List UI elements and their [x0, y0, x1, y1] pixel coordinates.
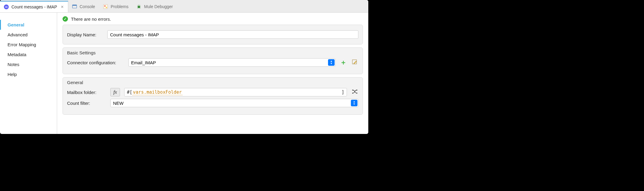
sidebar-item-label: General [8, 22, 24, 27]
svg-line-9 [137, 5, 138, 6]
svg-line-12 [140, 8, 141, 8]
svg-line-11 [137, 8, 138, 8]
sidebar-item-label: Error Mapping [8, 42, 36, 47]
sidebar-item-general[interactable]: General [0, 20, 57, 30]
svg-rect-2 [103, 5, 108, 9]
connector-config-label: Connector configuration: [67, 60, 124, 65]
sidebar-item-advanced[interactable]: Advanced [0, 30, 57, 40]
tab-label: Console [80, 4, 95, 9]
sidebar-item-label: Notes [8, 62, 19, 67]
expression-variable: vars.mailboxFolder [132, 89, 182, 95]
sidebar-item-label: Help [8, 72, 17, 77]
close-icon[interactable]: ✕ [61, 5, 64, 9]
tab-console[interactable]: Console [68, 1, 99, 12]
general-group: General Mailbox folder: fx #[ vars.mailb… [63, 77, 363, 115]
sidebar: General Advanced Error Mapping Metadata … [0, 13, 57, 134]
problems-icon [103, 4, 108, 9]
tab-count-messages-imap[interactable]: ✉ Count messages - IMAP ✕ [0, 1, 68, 12]
sidebar-item-label: Advanced [8, 32, 28, 37]
count-filter-label: Count filter: [67, 101, 106, 106]
edit-config-button[interactable] [351, 59, 358, 66]
map-icon [352, 89, 358, 96]
tab-label: Count messages - IMAP [11, 5, 57, 9]
fx-icon: fx [113, 89, 117, 95]
main-panel: ✓ There are no errors. Display Name: Bas… [57, 13, 368, 134]
check-icon: ✓ [63, 16, 68, 22]
add-config-button[interactable]: ＋ [340, 59, 347, 66]
editor-tabstrip: ✉ Count messages - IMAP ✕ Console Proble… [0, 0, 368, 13]
sidebar-item-metadata[interactable]: Metadata [0, 50, 57, 59]
envelope-icon: ✉ [4, 4, 9, 10]
edit-icon [352, 59, 357, 66]
connector-config-select[interactable] [128, 58, 336, 67]
plus-icon: ＋ [340, 58, 347, 67]
sidebar-item-notes[interactable]: Notes [0, 59, 57, 69]
display-name-group: Display Name: [63, 25, 363, 44]
tab-problems[interactable]: Problems [99, 1, 133, 12]
display-name-input[interactable] [107, 30, 358, 39]
properties-panel: ✉ Count messages - IMAP ✕ Console Proble… [0, 0, 368, 134]
mailbox-folder-input[interactable]: #[ vars.mailboxFolder ] [124, 88, 347, 96]
mailbox-folder-label: Mailbox folder: [67, 90, 106, 95]
expression-prefix: #[ [127, 89, 132, 95]
sidebar-item-help[interactable]: Help [0, 69, 57, 79]
general-title: General [67, 80, 358, 85]
connector-config-select-wrap[interactable]: ▲▼ [128, 58, 336, 67]
status-row: ✓ There are no errors. [63, 16, 363, 22]
tab-label: Problems [111, 4, 128, 9]
count-filter-select[interactable] [110, 99, 358, 107]
svg-point-4 [106, 7, 107, 8]
svg-rect-1 [72, 5, 77, 6]
console-icon [72, 4, 77, 9]
sidebar-item-label: Metadata [8, 52, 26, 57]
basic-settings-title: Basic Settings [67, 50, 358, 55]
map-expression-button[interactable] [351, 89, 358, 96]
basic-settings-group: Basic Settings Connector configuration: … [63, 47, 363, 74]
bug-icon [136, 4, 142, 9]
status-text: There are no errors. [71, 17, 111, 22]
display-name-label: Display Name: [67, 32, 103, 37]
svg-point-3 [104, 5, 106, 7]
count-filter-select-wrap[interactable]: ▲▼ [110, 99, 358, 107]
tab-label: Mule Debugger [144, 4, 173, 9]
expression-suffix: ] [342, 89, 344, 95]
sidebar-item-error-mapping[interactable]: Error Mapping [0, 40, 57, 50]
tab-mule-debugger[interactable]: Mule Debugger [133, 1, 177, 12]
expression-mode-button[interactable]: fx [110, 88, 120, 96]
svg-line-10 [140, 5, 141, 6]
